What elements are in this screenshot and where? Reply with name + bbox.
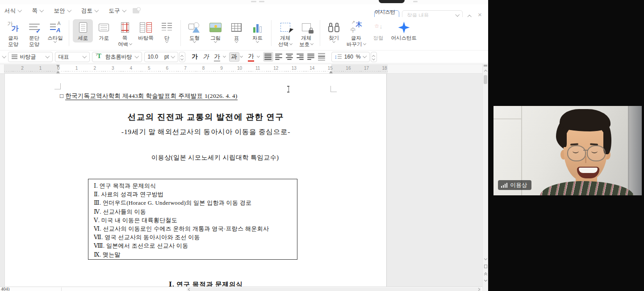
ribbon-button-label: 글자바꾸기 [347, 35, 366, 47]
toc-item: Ⅱ. 사료의 성격과 연구방법 [94, 190, 297, 198]
ribbon-button-label: 세로 [78, 35, 88, 42]
previous-page-button[interactable] [483, 270, 488, 277]
ribbon-button-label: 스타일 [47, 35, 63, 42]
menu-item-5[interactable]: 도구 [109, 7, 126, 15]
ruler-number: 1 [75, 66, 78, 71]
ribbon-button-object-select[interactable]: 개체선택 [275, 19, 295, 48]
char-outline-button[interactable]: 과 [228, 52, 243, 62]
scroll-up-button[interactable] [483, 68, 488, 73]
page-view-button[interactable] [483, 263, 488, 270]
font-color-button[interactable]: 가 [245, 52, 259, 62]
align-distribute-button[interactable] [306, 52, 316, 62]
italic-button[interactable]: 가 [201, 52, 211, 62]
participant-name-badge: 이용상 [498, 180, 531, 190]
menu-item-4[interactable]: 검토 [81, 7, 98, 15]
scroll-right-button[interactable] [477, 287, 480, 291]
font-size-unit: pt [164, 54, 169, 60]
toc-item: Ⅷ. 일본에서 조선으로 선교사 이동 [94, 241, 297, 250]
find-icon [328, 21, 339, 34]
ribbon-button-para-shape[interactable]: ✓문단모양 [24, 19, 44, 48]
ribbon-button-char-shape[interactable]: 가가글자모양 [3, 19, 23, 48]
ribbon-button-shapes[interactable]: 도형 [184, 19, 205, 43]
sort-icon: ㅎ↓ [373, 21, 384, 34]
menu-item-label: 보안 [54, 7, 65, 15]
ribbon-button-columns[interactable]: 단 [157, 19, 177, 43]
document-header-line: □ 한국기독교역사학회 제443회 학술발표회 주제발표 1(2026. 4. … [60, 92, 238, 100]
scrollbar-thumb[interactable] [484, 75, 487, 84]
participant-video-tile[interactable]: 이용상 [493, 106, 642, 195]
background-door-edge [493, 118, 521, 119]
chevron-down-icon[interactable] [455, 12, 459, 16]
ruler-corner [0, 64, 4, 73]
scroll-down-button[interactable] [483, 257, 488, 262]
font-face-icon: TT [96, 54, 103, 60]
chevron-down-icon [122, 8, 126, 12]
ribbon-button-assistant[interactable]: 어시스턴트 [389, 19, 419, 42]
ribbon-button-page-margin[interactable]: 쪽여백 [115, 19, 135, 48]
document-page[interactable]: □ 한국기독교역사학회 제443회 학술발표회 주제발표 1(2026. 4. … [4, 74, 387, 287]
menu-item-1[interactable]: 서식 [4, 7, 21, 15]
underline-button[interactable]: 가 [211, 52, 226, 62]
ruler[interactable]: 210123456789101112131415161718 [0, 64, 482, 74]
font-dropdown[interactable]: TT 함초롬바탕 [92, 52, 142, 62]
ribbon-button-chart[interactable]: 차트 [247, 19, 268, 43]
split-view-handle[interactable] [483, 64, 488, 67]
para-shape-icon: ✓ [29, 21, 40, 34]
document-subtitle: -19세기 말 해외선교사의 동아시아 이동을 중심으로- [63, 127, 349, 137]
scroll-left-button[interactable] [188, 287, 191, 291]
ribbon-button-sort: ㅎ↓정렬 [368, 19, 389, 42]
align-divide-button[interactable] [317, 52, 327, 62]
menu-bar-items: 서식쪽보안검토도구 [0, 7, 125, 15]
ribbon-button-label: 도형 [189, 35, 200, 42]
ribbon-button-find[interactable]: 찾기 [324, 19, 344, 43]
font-size-stepper[interactable] [179, 52, 185, 62]
signal-bars-icon [501, 183, 507, 188]
shapes-icon [188, 21, 201, 34]
style-preset-dropdown[interactable]: 바탕글 [8, 52, 53, 62]
toc-item: Ⅶ. 영국 선교사의 동아시아와 조선 이동 [94, 233, 297, 241]
font-size-dropdown[interactable]: 10.0 pt [144, 52, 178, 62]
toolbar-overflow-chevron-icon[interactable] [2, 54, 6, 58]
ribbon-button-portrait[interactable]: 세로 [73, 19, 93, 42]
ribbon-button-label: 그림 [210, 35, 221, 42]
bold-button[interactable]: 가 [190, 52, 200, 62]
line-spacing-stepper[interactable] [371, 52, 377, 62]
menu-item-3[interactable]: 보안 [54, 7, 71, 15]
script-macro-icon[interactable] [133, 8, 139, 13]
align-justify-button[interactable] [263, 52, 273, 62]
toc-item: Ⅰ. 연구 목적과 문제의식 [94, 181, 297, 190]
ribbon-button-table[interactable]: 표 [226, 19, 247, 43]
chevron-down-icon [40, 8, 44, 12]
ruler-number: 8 [202, 66, 205, 71]
status-bar: 404) [0, 287, 482, 291]
ribbon-button-style[interactable]: AA스타일 [45, 19, 65, 43]
align-left-button[interactable] [274, 52, 284, 62]
ribbon-button-label: 단 [164, 35, 170, 42]
document-area[interactable]: □ 한국기독교역사학회 제443회 학술발표회 주제발표 1(2026. 4. … [0, 74, 482, 287]
ribbon-button-landscape[interactable]: 가로 [94, 19, 114, 42]
ruler-number: 1 [39, 66, 42, 71]
participant-name: 이용상 [510, 181, 527, 189]
ribbon-button-master-page[interactable]: 바탕쪽 [136, 19, 156, 42]
align-right-button[interactable] [295, 52, 305, 62]
chevron-down-icon [372, 57, 375, 60]
line-spacing-dropdown[interactable]: ↕ 160 % [331, 52, 370, 62]
toolbar-divider [180, 20, 181, 46]
chevron-down-icon [310, 42, 314, 45]
ribbon-button-object-protect[interactable]: 개체보호 [296, 19, 316, 48]
next-page-button[interactable] [483, 278, 488, 284]
vertical-scrollbar[interactable] [482, 64, 488, 291]
toolbar-divider [69, 20, 69, 46]
ribbon-button-find-replace[interactable]: ↗수木글자바꾸기 [345, 19, 368, 48]
ruler-number: 3 [112, 66, 114, 71]
horizontal-scrollbar[interactable] [187, 287, 481, 291]
ribbon-button-picture[interactable]: 그림 [205, 19, 226, 43]
window-control-pill[interactable] [379, 0, 405, 3]
chevron-down-icon [256, 55, 259, 58]
align-center-button[interactable] [284, 52, 295, 62]
style-group-dropdown[interactable]: 대표 [55, 52, 90, 62]
ruler-number: 13 [292, 66, 297, 71]
ribbon-button-label: 정렬 [373, 35, 384, 42]
ribbon-button-label: 표 [234, 35, 239, 42]
menu-item-2[interactable]: 쪽 [32, 7, 43, 15]
